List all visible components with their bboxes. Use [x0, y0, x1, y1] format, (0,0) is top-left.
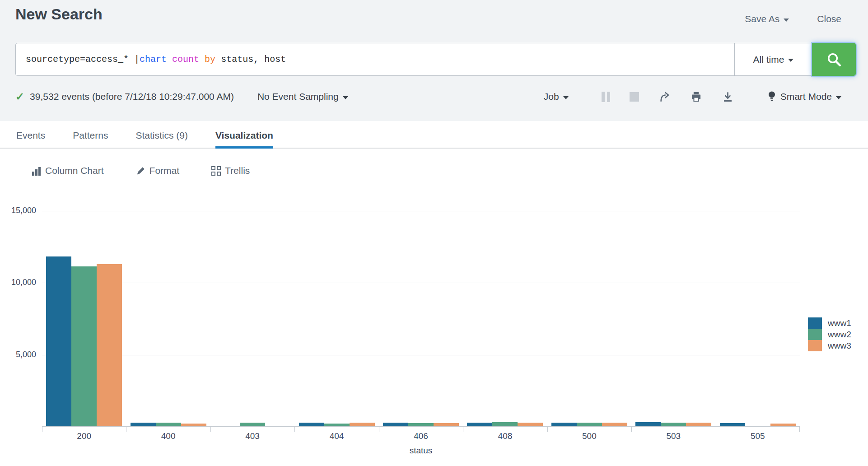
y-tick-label: 15,000: [0, 206, 36, 215]
bar-group-403: [210, 210, 294, 426]
chart-type-button[interactable]: Column Chart: [32, 165, 104, 176]
bar-200-www1[interactable]: [46, 256, 71, 426]
legend-swatch: [808, 329, 822, 340]
tab-patterns[interactable]: Patterns: [73, 121, 108, 149]
bar-503-www2[interactable]: [661, 423, 686, 426]
sampling-selector[interactable]: No Event Sampling: [257, 91, 348, 102]
bar-400-www2[interactable]: [156, 423, 181, 426]
legend-label: www2: [828, 330, 851, 340]
share-button[interactable]: [658, 91, 671, 103]
share-icon: [658, 91, 671, 103]
search-button[interactable]: [812, 43, 856, 76]
legend: www1www2www3: [808, 317, 851, 351]
header-actions: Save As Close: [745, 14, 841, 24]
tab-events[interactable]: Events: [16, 121, 45, 149]
query-segment: status, host: [215, 54, 286, 65]
bar-500-www2[interactable]: [577, 423, 602, 426]
job-controls: Job: [544, 90, 841, 103]
x-tick-label: 408: [463, 431, 547, 441]
column-chart: 5,00010,00015,000 status www1www2www3 20…: [0, 194, 868, 466]
y-tick-label: 5,000: [0, 350, 36, 359]
bar-408-www3[interactable]: [518, 423, 543, 426]
legend-label: www1: [828, 318, 851, 328]
stop-button[interactable]: [630, 92, 639, 102]
tab-visualization[interactable]: Visualization: [215, 121, 273, 149]
caret-down-icon: [836, 96, 841, 99]
trellis-button[interactable]: Trellis: [211, 165, 250, 176]
time-range-picker[interactable]: All time: [734, 43, 812, 76]
bar-505-www3[interactable]: [770, 424, 796, 426]
bar-404-www1[interactable]: [299, 423, 324, 426]
legend-item-www2[interactable]: www2: [808, 329, 851, 340]
top-section: New Search Save As Close sourcetype=acce…: [0, 0, 868, 121]
search-input[interactable]: sourcetype=access_* |chart count by stat…: [15, 43, 734, 76]
query-segment: count: [172, 54, 199, 65]
save-as-button[interactable]: Save As: [745, 14, 789, 24]
x-tick-label: 400: [126, 431, 210, 441]
pause-icon: [602, 92, 610, 102]
bar-group-404: [294, 210, 378, 426]
caret-down-icon: [563, 96, 569, 99]
bar-503-www1[interactable]: [635, 422, 661, 426]
bar-404-www3[interactable]: [350, 423, 375, 426]
bar-group-400: [126, 210, 210, 426]
bar-group-505: [716, 210, 800, 426]
legend-item-www1[interactable]: www1: [808, 317, 851, 329]
x-tick-label: 406: [379, 431, 463, 441]
print-button[interactable]: [690, 91, 702, 103]
bar-404-www2[interactable]: [324, 424, 350, 426]
legend-item-www3[interactable]: www3: [808, 340, 851, 351]
y-tick-label: 10,000: [0, 278, 36, 287]
bar-500-www1[interactable]: [551, 423, 577, 426]
splunk-search-page: New Search Save As Close sourcetype=acce…: [0, 0, 868, 466]
bar-408-www2[interactable]: [492, 422, 518, 426]
caret-down-icon: [788, 59, 793, 62]
bar-406-www2[interactable]: [408, 423, 434, 426]
bar-500-www3[interactable]: [602, 423, 627, 426]
close-button[interactable]: Close: [817, 14, 841, 24]
export-button[interactable]: [722, 91, 734, 103]
bar-200-www3[interactable]: [97, 264, 122, 426]
caret-down-icon: [343, 96, 348, 99]
bar-group-500: [547, 210, 631, 426]
bar-group-406: [379, 210, 463, 426]
x-tick-label: 404: [294, 431, 378, 441]
legend-label: www3: [828, 341, 851, 351]
legend-swatch: [808, 340, 822, 351]
bar-406-www1[interactable]: [383, 423, 408, 426]
bar-group-200: [42, 210, 126, 426]
stop-icon: [630, 92, 639, 102]
tab-statistics[interactable]: Statistics (9): [135, 121, 188, 149]
download-icon: [722, 91, 734, 103]
events-summary: 39,532 events (before 7/12/18 10:29:47.0…: [30, 91, 234, 102]
format-button[interactable]: Format: [136, 165, 180, 176]
query-segment: sourcetype=access_* |: [26, 54, 140, 65]
viz-toolbar: Column Chart Format Trellis: [32, 165, 250, 176]
bar-400-www1[interactable]: [131, 423, 156, 426]
bar-503-www3[interactable]: [686, 423, 711, 426]
search-query: sourcetype=access_* |chart count by stat…: [26, 54, 286, 65]
bar-403-www2[interactable]: [240, 423, 265, 426]
bar-200-www2[interactable]: [71, 266, 97, 426]
search-bar: sourcetype=access_* |chart count by stat…: [15, 43, 856, 76]
bar-406-www3[interactable]: [434, 423, 459, 426]
x-axis-title: status: [42, 446, 800, 456]
query-segment: [199, 54, 205, 65]
bar-408-www1[interactable]: [467, 423, 492, 426]
caret-down-icon: [784, 19, 789, 22]
search-icon: [826, 51, 842, 68]
column-chart-icon: [32, 166, 41, 176]
x-axis-line: [42, 426, 800, 427]
x-tick-label: 503: [631, 431, 715, 441]
job-menu[interactable]: Job: [544, 91, 569, 102]
query-segment: chart: [140, 54, 167, 65]
plot-area: [42, 211, 800, 427]
bar-505-www1[interactable]: [720, 423, 745, 426]
trellis-icon: [211, 166, 221, 176]
bar-group-408: [463, 210, 547, 426]
x-tick-label: 200: [42, 431, 126, 441]
pause-button[interactable]: [602, 92, 610, 102]
bar-400-www3[interactable]: [181, 424, 206, 426]
result-tabs: Events Patterns Statistics (9) Visualiza…: [0, 121, 868, 149]
smart-mode-selector[interactable]: Smart Mode: [767, 90, 841, 103]
